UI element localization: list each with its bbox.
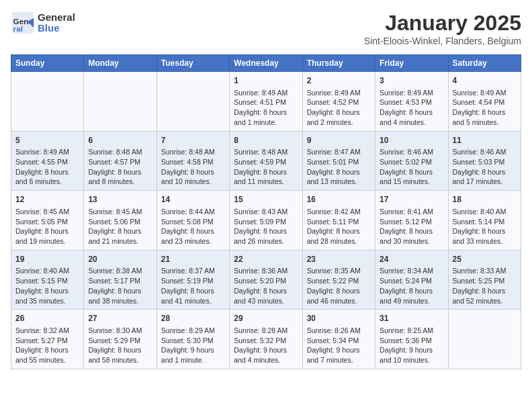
day-info: Sunrise: 8:46 AM Sunset: 5:03 PM Dayligh… xyxy=(453,147,517,187)
calendar-cell: 15Sunrise: 8:43 AM Sunset: 5:09 PM Dayli… xyxy=(230,191,302,250)
calendar-cell xyxy=(11,72,84,132)
day-number: 10 xyxy=(380,135,443,146)
day-number: 27 xyxy=(88,313,152,324)
day-number: 15 xyxy=(234,194,298,205)
calendar-cell: 4Sunrise: 8:49 AM Sunset: 4:54 PM Daylig… xyxy=(448,72,521,132)
calendar-cell: 9Sunrise: 8:47 AM Sunset: 5:01 PM Daylig… xyxy=(302,131,375,191)
calendar-cell xyxy=(84,72,157,132)
day-number: 11 xyxy=(453,135,517,146)
day-info: Sunrise: 8:45 AM Sunset: 5:06 PM Dayligh… xyxy=(88,207,152,246)
day-number: 14 xyxy=(161,194,225,205)
day-number: 21 xyxy=(161,254,225,265)
day-info: Sunrise: 8:36 AM Sunset: 5:20 PM Dayligh… xyxy=(234,266,298,306)
calendar-cell: 26Sunrise: 8:32 AM Sunset: 5:27 PM Dayli… xyxy=(11,310,84,369)
day-number: 17 xyxy=(380,194,443,205)
day-number: 6 xyxy=(88,135,152,146)
calendar-cell: 3Sunrise: 8:49 AM Sunset: 4:53 PM Daylig… xyxy=(375,72,448,132)
logo-blue-label: Blue xyxy=(38,23,75,34)
calendar-cell: 19Sunrise: 8:40 AM Sunset: 5:15 PM Dayli… xyxy=(11,250,84,310)
day-info: Sunrise: 8:48 AM Sunset: 4:57 PM Dayligh… xyxy=(88,147,152,187)
day-info: Sunrise: 8:32 AM Sunset: 5:27 PM Dayligh… xyxy=(15,326,79,365)
weekday-friday: Friday xyxy=(375,55,448,72)
weekday-wednesday: Wednesday xyxy=(230,55,302,72)
title-block: January 2025 Sint-Eloois-Winkel, Flander… xyxy=(364,11,521,46)
calendar-cell: 21Sunrise: 8:37 AM Sunset: 5:19 PM Dayli… xyxy=(157,250,229,310)
month-title: January 2025 xyxy=(364,11,521,36)
day-number: 12 xyxy=(15,194,79,205)
day-info: Sunrise: 8:38 AM Sunset: 5:17 PM Dayligh… xyxy=(88,266,152,306)
weekday-saturday: Saturday xyxy=(448,55,521,72)
day-number: 22 xyxy=(234,254,298,265)
calendar-table: SundayMondayTuesdayWednesdayThursdayFrid… xyxy=(11,54,521,369)
logo: Gene ral General Blue xyxy=(11,11,75,35)
day-info: Sunrise: 8:41 AM Sunset: 5:12 PM Dayligh… xyxy=(380,207,443,246)
day-number: 7 xyxy=(161,135,225,146)
day-number: 13 xyxy=(88,194,152,205)
day-info: Sunrise: 8:28 AM Sunset: 5:32 PM Dayligh… xyxy=(234,326,298,365)
calendar-cell: 5Sunrise: 8:49 AM Sunset: 4:55 PM Daylig… xyxy=(11,131,84,191)
day-number: 5 xyxy=(15,135,79,146)
calendar-body: 1Sunrise: 8:49 AM Sunset: 4:51 PM Daylig… xyxy=(11,72,521,369)
calendar-cell: 18Sunrise: 8:40 AM Sunset: 5:14 PM Dayli… xyxy=(448,191,521,250)
day-info: Sunrise: 8:47 AM Sunset: 5:01 PM Dayligh… xyxy=(307,147,371,187)
calendar-cell: 29Sunrise: 8:28 AM Sunset: 5:32 PM Dayli… xyxy=(230,310,302,369)
day-number: 29 xyxy=(234,313,298,324)
day-number: 9 xyxy=(307,135,371,146)
calendar-header: SundayMondayTuesdayWednesdayThursdayFrid… xyxy=(11,55,521,72)
day-info: Sunrise: 8:49 AM Sunset: 4:52 PM Dayligh… xyxy=(307,88,371,128)
day-number: 8 xyxy=(234,135,298,146)
weekday-sunday: Sunday xyxy=(11,55,84,72)
day-info: Sunrise: 8:26 AM Sunset: 5:34 PM Dayligh… xyxy=(307,326,371,365)
calendar-week-0: 1Sunrise: 8:49 AM Sunset: 4:51 PM Daylig… xyxy=(11,72,521,132)
day-number: 18 xyxy=(453,194,517,205)
page-header: Gene ral General Blue January 2025 Sint-… xyxy=(11,11,521,46)
day-info: Sunrise: 8:40 AM Sunset: 5:15 PM Dayligh… xyxy=(15,266,79,306)
day-number: 20 xyxy=(88,254,152,265)
day-info: Sunrise: 8:43 AM Sunset: 5:09 PM Dayligh… xyxy=(234,207,298,246)
day-info: Sunrise: 8:49 AM Sunset: 4:55 PM Dayligh… xyxy=(15,147,79,187)
day-info: Sunrise: 8:30 AM Sunset: 5:29 PM Dayligh… xyxy=(88,326,152,365)
day-info: Sunrise: 8:34 AM Sunset: 5:24 PM Dayligh… xyxy=(380,266,443,306)
calendar-cell: 10Sunrise: 8:46 AM Sunset: 5:02 PM Dayli… xyxy=(375,131,448,191)
day-info: Sunrise: 8:33 AM Sunset: 5:25 PM Dayligh… xyxy=(453,266,517,306)
calendar-cell: 8Sunrise: 8:48 AM Sunset: 4:59 PM Daylig… xyxy=(230,131,302,191)
day-number: 30 xyxy=(307,313,371,324)
calendar-cell xyxy=(448,310,521,369)
calendar-cell: 27Sunrise: 8:30 AM Sunset: 5:29 PM Dayli… xyxy=(84,310,157,369)
weekday-tuesday: Tuesday xyxy=(157,55,229,72)
calendar-week-1: 5Sunrise: 8:49 AM Sunset: 4:55 PM Daylig… xyxy=(11,131,521,191)
calendar-cell: 30Sunrise: 8:26 AM Sunset: 5:34 PM Dayli… xyxy=(302,310,375,369)
day-info: Sunrise: 8:48 AM Sunset: 4:59 PM Dayligh… xyxy=(234,147,298,187)
day-number: 16 xyxy=(307,194,371,205)
calendar-cell: 13Sunrise: 8:45 AM Sunset: 5:06 PM Dayli… xyxy=(84,191,157,250)
day-info: Sunrise: 8:49 AM Sunset: 4:54 PM Dayligh… xyxy=(453,88,517,128)
calendar-cell: 12Sunrise: 8:45 AM Sunset: 5:05 PM Dayli… xyxy=(11,191,84,250)
calendar-cell xyxy=(157,72,229,132)
day-number: 19 xyxy=(15,254,79,265)
day-info: Sunrise: 8:46 AM Sunset: 5:02 PM Dayligh… xyxy=(380,147,443,187)
day-number: 25 xyxy=(453,254,517,265)
day-info: Sunrise: 8:45 AM Sunset: 5:05 PM Dayligh… xyxy=(15,207,79,246)
day-info: Sunrise: 8:48 AM Sunset: 4:58 PM Dayligh… xyxy=(161,147,225,187)
calendar-cell: 16Sunrise: 8:42 AM Sunset: 5:11 PM Dayli… xyxy=(302,191,375,250)
weekday-thursday: Thursday xyxy=(302,55,375,72)
logo-general-label: General xyxy=(38,12,75,24)
calendar-cell: 6Sunrise: 8:48 AM Sunset: 4:57 PM Daylig… xyxy=(84,131,157,191)
calendar-cell: 22Sunrise: 8:36 AM Sunset: 5:20 PM Dayli… xyxy=(230,250,302,310)
weekday-header-row: SundayMondayTuesdayWednesdayThursdayFrid… xyxy=(11,55,521,72)
svg-text:ral: ral xyxy=(13,24,23,33)
calendar-cell: 14Sunrise: 8:44 AM Sunset: 5:08 PM Dayli… xyxy=(157,191,229,250)
calendar-cell: 11Sunrise: 8:46 AM Sunset: 5:03 PM Dayli… xyxy=(448,131,521,191)
day-info: Sunrise: 8:49 AM Sunset: 4:51 PM Dayligh… xyxy=(234,88,298,128)
calendar-cell: 2Sunrise: 8:49 AM Sunset: 4:52 PM Daylig… xyxy=(302,72,375,132)
day-info: Sunrise: 8:40 AM Sunset: 5:14 PM Dayligh… xyxy=(453,207,517,246)
day-number: 28 xyxy=(161,313,225,324)
calendar-cell: 23Sunrise: 8:35 AM Sunset: 5:22 PM Dayli… xyxy=(302,250,375,310)
calendar-week-4: 26Sunrise: 8:32 AM Sunset: 5:27 PM Dayli… xyxy=(11,310,521,369)
day-number: 3 xyxy=(380,75,443,87)
calendar-cell: 28Sunrise: 8:29 AM Sunset: 5:30 PM Dayli… xyxy=(157,310,229,369)
day-number: 4 xyxy=(453,75,517,87)
calendar-cell: 1Sunrise: 8:49 AM Sunset: 4:51 PM Daylig… xyxy=(230,72,302,132)
day-number: 26 xyxy=(15,313,79,324)
weekday-monday: Monday xyxy=(84,55,157,72)
